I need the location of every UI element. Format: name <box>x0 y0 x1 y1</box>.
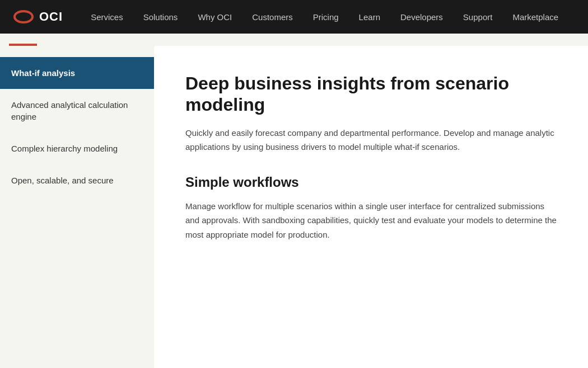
nav-item-why-oci[interactable]: Why OCI <box>188 0 242 34</box>
content-area: Deep business insights from scenario mod… <box>154 46 588 368</box>
nav-item-developers[interactable]: Developers <box>390 0 453 34</box>
content-body-2: Manage workflow for multiple scenarios w… <box>185 199 557 242</box>
nav-item-pricing[interactable]: Pricing <box>303 0 349 34</box>
content-title: Deep business insights from scenario mod… <box>185 73 557 116</box>
nav-item-solutions[interactable]: Solutions <box>133 0 188 34</box>
navbar: OCI Services Solutions Why OCI Customers… <box>0 0 588 34</box>
logo[interactable]: OCI <box>13 7 63 27</box>
nav-item-marketplace[interactable]: Marketplace <box>502 0 568 34</box>
nav-item-learn[interactable]: Learn <box>349 0 390 34</box>
logo-text: OCI <box>39 10 63 24</box>
oracle-logo-icon <box>13 7 34 27</box>
main-layout: What-if analysis Advanced analytical cal… <box>0 46 588 368</box>
nav-item-services[interactable]: Services <box>81 0 133 34</box>
content-body-1: Quickly and easily forecast company and … <box>185 126 557 154</box>
sidebar-item-analytical-engine[interactable]: Advanced analytical calculation engine <box>0 89 154 133</box>
nav-items: Services Solutions Why OCI Customers Pri… <box>81 0 575 34</box>
sidebar-item-open-scalable[interactable]: Open, scalable, and secure <box>0 164 154 196</box>
sidebar: What-if analysis Advanced analytical cal… <box>0 46 154 368</box>
nav-item-support[interactable]: Support <box>453 0 503 34</box>
content-subtitle: Simple workflows <box>185 174 557 190</box>
sidebar-item-hierarchy-modeling[interactable]: Complex hierarchy modeling <box>0 133 154 164</box>
sidebar-item-what-if-analysis[interactable]: What-if analysis <box>0 57 154 89</box>
svg-point-0 <box>15 11 32 22</box>
nav-item-customers[interactable]: Customers <box>242 0 303 34</box>
